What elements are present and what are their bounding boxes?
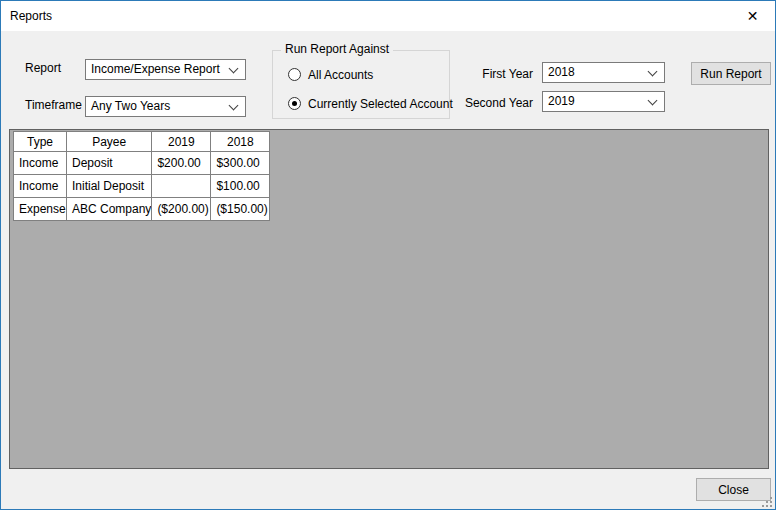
- grid-row: Income Initial Deposit $100.00: [14, 175, 270, 198]
- results-panel: Type Payee 2019 2018 Income Deposit $200…: [9, 129, 769, 469]
- radio-all-accounts[interactable]: All Accounts: [288, 67, 373, 82]
- grid-row: Expense ABC Company ($200.00) ($150.00): [14, 198, 270, 221]
- column-header-payee[interactable]: Payee: [67, 132, 152, 152]
- dialog-body: Report Income/Expense Report Timeframe A…: [1, 31, 775, 510]
- first-year-dropdown[interactable]: 2018: [542, 62, 665, 83]
- window-title: Reports: [1, 9, 52, 23]
- report-grid: Type Payee 2019 2018 Income Deposit $200…: [13, 131, 270, 221]
- second-year-dropdown-value: 2019: [548, 94, 575, 108]
- first-year-dropdown-value: 2018: [548, 65, 575, 79]
- report-dropdown[interactable]: Income/Expense Report: [85, 59, 246, 80]
- timeframe-dropdown-value: Any Two Years: [91, 99, 170, 113]
- radio-currently-selected-account[interactable]: Currently Selected Account: [288, 96, 453, 111]
- close-button-label: Close: [718, 483, 749, 497]
- amount-2019-cell[interactable]: $200.00: [152, 152, 211, 175]
- reports-dialog: Reports ✕ Report Income/Expense Report T…: [0, 0, 776, 510]
- radio-selected-icon: [288, 97, 301, 110]
- first-year-label: First Year: [441, 64, 533, 85]
- amount-2019-cell[interactable]: ($200.00): [152, 198, 211, 221]
- radio-unselected-icon: [288, 68, 301, 81]
- amount-2018-cell[interactable]: $300.00: [211, 152, 270, 175]
- close-button[interactable]: Close: [696, 478, 771, 501]
- type-cell[interactable]: Income: [14, 152, 67, 175]
- second-year-dropdown[interactable]: 2019: [542, 91, 665, 112]
- grid-header-row: Type Payee 2019 2018: [14, 132, 270, 152]
- chevron-down-icon: [229, 101, 239, 111]
- column-header-2019[interactable]: 2019: [152, 132, 211, 152]
- chevron-down-icon: [648, 96, 658, 106]
- report-label: Report: [25, 58, 61, 79]
- payee-cell[interactable]: Deposit: [67, 152, 152, 175]
- report-dropdown-value: Income/Expense Report: [91, 62, 220, 76]
- resize-grip-icon[interactable]: [762, 497, 772, 507]
- chevron-down-icon: [648, 67, 658, 77]
- payee-cell[interactable]: Initial Deposit: [67, 175, 152, 198]
- run-report-against-title: Run Report Against: [281, 42, 393, 56]
- column-header-type[interactable]: Type: [14, 132, 67, 152]
- radio-all-accounts-label: All Accounts: [308, 68, 373, 82]
- timeframe-label: Timeframe: [25, 95, 82, 116]
- chevron-down-icon: [229, 64, 239, 74]
- run-report-button[interactable]: Run Report: [691, 62, 771, 85]
- column-header-2018[interactable]: 2018: [211, 132, 270, 152]
- selected-amount-2019-cell[interactable]: [152, 175, 211, 198]
- radio-currently-selected-account-label: Currently Selected Account: [308, 97, 453, 111]
- payee-cell[interactable]: ABC Company: [67, 198, 152, 221]
- timeframe-dropdown[interactable]: Any Two Years: [85, 96, 246, 117]
- type-cell[interactable]: Expense: [14, 198, 67, 221]
- amount-2018-cell[interactable]: $100.00: [211, 175, 270, 198]
- type-cell[interactable]: Income: [14, 175, 67, 198]
- second-year-label: Second Year: [441, 93, 533, 114]
- title-bar: Reports ✕: [1, 1, 775, 31]
- run-report-button-label: Run Report: [700, 67, 761, 81]
- amount-2018-cell[interactable]: ($150.00): [211, 198, 270, 221]
- close-icon[interactable]: ✕: [730, 1, 775, 31]
- grid-row: Income Deposit $200.00 $300.00: [14, 152, 270, 175]
